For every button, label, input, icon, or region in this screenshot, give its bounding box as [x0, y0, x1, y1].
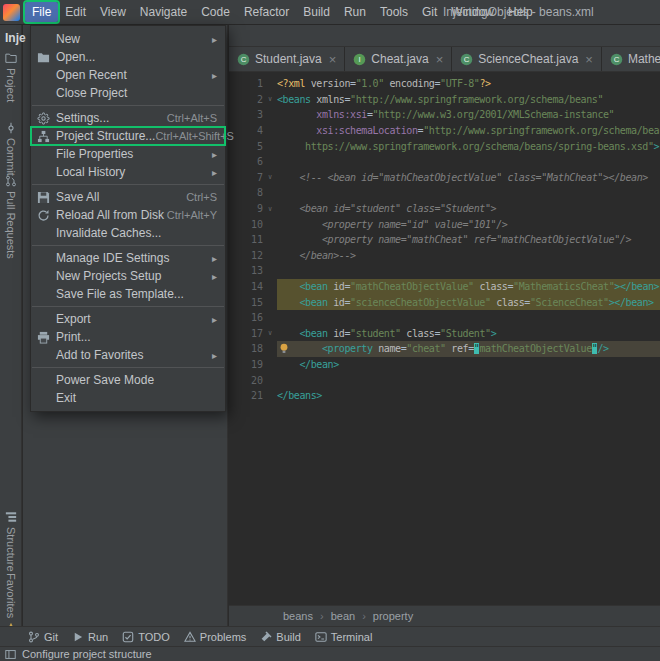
toolwindow-terminal[interactable]: Terminal: [315, 631, 373, 643]
tab-cheat-java[interactable]: ICheat.java×: [345, 47, 452, 71]
breadcrumb-beans[interactable]: beans: [283, 610, 313, 622]
menu-item-manage-ide-settings[interactable]: Manage IDE Settings▸: [31, 249, 225, 267]
tab-student-java[interactable]: CStudent.java×: [229, 47, 345, 71]
line-number: 15: [229, 297, 263, 308]
breadcrumb-bean[interactable]: bean: [331, 610, 355, 622]
toolwindow-todo[interactable]: TODO: [122, 631, 170, 643]
line-number: 18: [229, 343, 263, 354]
menu-item-icon-slot: [37, 166, 56, 179]
line-number: 12: [229, 250, 263, 261]
toolwindow-problems[interactable]: Problems: [184, 631, 246, 643]
menu-build[interactable]: Build: [296, 2, 337, 22]
menu-item-project-structure[interactable]: Project Structure...Ctrl+Alt+Shift+S: [31, 127, 225, 145]
menu-item-settings[interactable]: Settings...Ctrl+Alt+S: [31, 109, 225, 127]
menu-file[interactable]: File: [25, 2, 58, 22]
stripe-commit[interactable]: Commit: [0, 122, 22, 176]
menu-item-export[interactable]: Export▸: [31, 310, 225, 328]
code-text: <bean id="student" class="Student">: [277, 203, 496, 214]
code-editor[interactable]: 1<?xml version="1.0" encoding="UTF-8"?>2…: [229, 72, 660, 403]
navigation-bar: [229, 25, 660, 47]
tool-window-bar: GitRunTODOProblemsBuildTerminal: [0, 626, 660, 646]
menu-item-print[interactable]: Print...: [31, 328, 225, 346]
menu-item-reload-all-from-disk[interactable]: Reload All from DiskCtrl+Alt+Y: [31, 206, 225, 224]
menu-separator: [32, 105, 224, 106]
tab-label: Student.java: [255, 52, 322, 66]
line-number: 13: [229, 265, 263, 276]
tab-mathematicscheat-java[interactable]: CMathematicsCheat.java×: [602, 47, 660, 71]
menu-item-icon-slot: [37, 313, 56, 326]
code-line-11: 11 <property name="mathCheat" ref="mathC…: [229, 232, 660, 248]
code-text: <?xml version="1.0" encoding="UTF-8"?>: [277, 78, 491, 89]
breadcrumb-property[interactable]: property: [373, 610, 413, 622]
tab-close-icon[interactable]: ×: [436, 53, 444, 66]
fold-marker[interactable]: ∨: [263, 205, 277, 213]
menu-item-new[interactable]: New▸: [31, 30, 225, 48]
menu-item-label: Open Recent: [56, 68, 127, 82]
fold-marker[interactable]: ∨: [263, 95, 277, 103]
menu-item-new-projects-setup[interactable]: New Projects Setup▸: [31, 267, 225, 285]
fold-marker[interactable]: ∨: [263, 329, 277, 337]
status-bar-text[interactable]: Configure project structure: [22, 648, 152, 660]
menu-item-power-save-mode[interactable]: Power Save Mode: [31, 371, 225, 389]
structure-icon: [5, 511, 17, 523]
stripe-pull-requests[interactable]: Pull Requests: [0, 175, 22, 259]
editor-area[interactable]: CStudent.java×ICheat.java×CScienceCheat.…: [229, 25, 660, 626]
code-line-5: 5 https://www.springframework.org/schema…: [229, 138, 660, 154]
toolwindow-build[interactable]: Build: [260, 631, 300, 643]
code-line-2: 2∨<beans xmlns="http://www.springframewo…: [229, 92, 660, 108]
menu-item-open-recent[interactable]: Open Recent▸: [31, 66, 225, 84]
menu-git[interactable]: Git: [415, 2, 444, 22]
pull-requests-icon: [5, 175, 17, 187]
menu-item-save-all[interactable]: Save AllCtrl+S: [31, 188, 225, 206]
fold-marker[interactable]: ∨: [263, 173, 277, 181]
stripe-structure[interactable]: Structure: [0, 511, 22, 572]
code-text: <bean id="student" class="Student">: [277, 328, 496, 339]
menu-refactor[interactable]: Refactor: [237, 2, 296, 22]
code-line-9: 9∨ <bean id="student" class="Student">: [229, 201, 660, 217]
status-bar: Configure project structure: [0, 646, 660, 661]
menu-navigate[interactable]: Navigate: [133, 2, 194, 22]
submenu-arrow-icon: ▸: [212, 253, 217, 264]
toolwindow-label: Run: [88, 631, 108, 643]
terminal-icon: [315, 631, 327, 643]
code-line-15: 15 <bean id="scienceCheatObjectValue" cl…: [229, 294, 660, 310]
toolwindow-run[interactable]: Run: [72, 631, 108, 643]
class-icon: C: [460, 53, 473, 66]
menu-item-exit[interactable]: Exit: [31, 389, 225, 407]
code-line-6: 6: [229, 154, 660, 170]
toolwindow-git[interactable]: Git: [28, 631, 58, 643]
menu-item-open[interactable]: Open...: [31, 48, 225, 66]
code-line-10: 10 <property name="id" value="101"/>: [229, 216, 660, 232]
menu-item-add-to-favorites[interactable]: Add to Favorites▸: [31, 346, 225, 364]
tab-close-icon[interactable]: ×: [329, 53, 337, 66]
interface-icon: I: [353, 53, 366, 66]
stripe-label: Favorites: [5, 573, 17, 618]
stripe-project[interactable]: Project: [0, 52, 22, 102]
intention-bulb-icon[interactable]: [278, 342, 290, 355]
svg-text:C: C: [464, 55, 470, 64]
menu-item-icon-slot: [37, 87, 56, 100]
folder-icon: [37, 51, 56, 64]
menu-item-label: Power Save Mode: [56, 373, 154, 387]
tab-sciencecheat-java[interactable]: CScienceCheat.java×: [452, 47, 602, 71]
menu-item-label: Save File as Template...: [56, 287, 184, 301]
printer-icon: [37, 331, 56, 344]
menu-item-label: Manage IDE Settings: [56, 251, 169, 265]
menu-item-save-file-as-template[interactable]: Save File as Template...: [31, 285, 225, 303]
code-line-19: 19 </bean>: [229, 357, 660, 373]
menu-item-invalidate-caches[interactable]: Invalidate Caches...: [31, 224, 225, 242]
submenu-arrow-icon: ▸: [212, 314, 217, 325]
menu-tools[interactable]: Tools: [373, 2, 415, 22]
menu-item-file-properties[interactable]: File Properties▸: [31, 145, 225, 163]
tab-close-icon[interactable]: ×: [585, 53, 593, 66]
line-number: 2: [229, 94, 263, 105]
menu-view[interactable]: View: [93, 2, 133, 22]
menu-edit[interactable]: Edit: [58, 2, 93, 22]
menu-item-local-history[interactable]: Local History▸: [31, 163, 225, 181]
project-panel-header: Inje: [5, 31, 26, 45]
menu-code[interactable]: Code: [194, 2, 237, 22]
line-number: 20: [229, 375, 263, 386]
menu-run[interactable]: Run: [337, 2, 373, 22]
menu-item-close-project[interactable]: Close Project: [31, 84, 225, 102]
menu-item-label: New: [56, 32, 80, 46]
